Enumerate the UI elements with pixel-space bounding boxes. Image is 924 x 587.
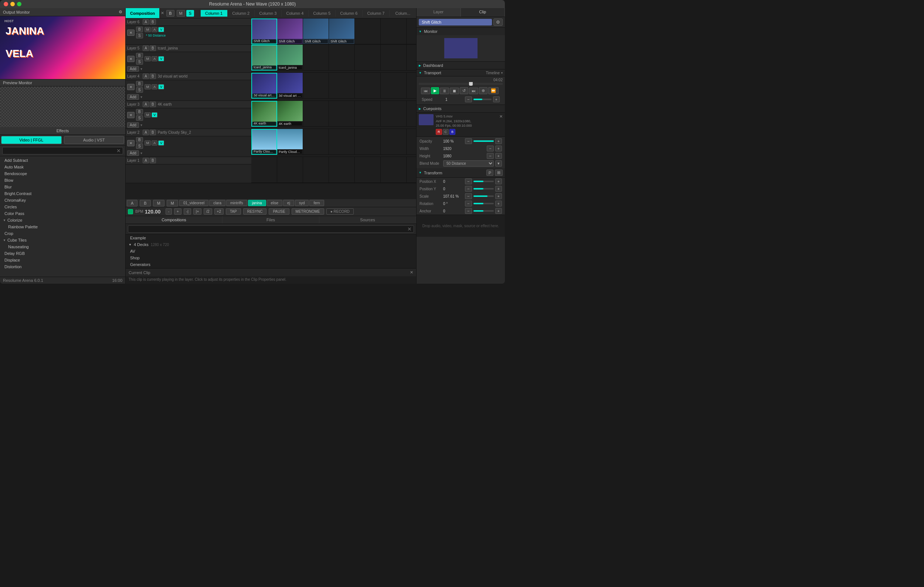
clip-cell-4-3[interactable]: [303, 73, 329, 99]
current-clip-close-icon[interactable]: ✕: [410, 270, 413, 275]
monitor-section-header[interactable]: Monitor: [417, 28, 505, 35]
clip-cell-2-7[interactable]: [407, 129, 416, 155]
layer-4-m-btn[interactable]: M: [145, 84, 151, 89]
effect-delay-rgb[interactable]: Delay RGB: [0, 250, 125, 257]
pos-x-plus-btn[interactable]: +: [495, 178, 502, 184]
rotation-minus-btn[interactable]: −: [465, 201, 472, 207]
layer-5-x-btn[interactable]: ✕: [127, 56, 135, 62]
deck-clip-ej[interactable]: ej: [283, 200, 294, 206]
clip-cell-4-4[interactable]: [329, 73, 355, 99]
deck-cue-b-btn[interactable]: B: [140, 200, 150, 207]
layer-3-b-btn[interactable]: B: [150, 102, 156, 107]
layer-6-a-btn2[interactable]: A: [152, 27, 157, 32]
layer-3-s-btn[interactable]: S: [136, 115, 143, 121]
clip-cell-3-5[interactable]: [355, 101, 381, 127]
anchor-plus-btn[interactable]: +: [495, 208, 502, 214]
content-search-input[interactable]: [128, 225, 414, 233]
bpm-half-btn[interactable]: /2: [204, 208, 212, 215]
layer-2-v-btn[interactable]: V: [158, 140, 164, 146]
tc-ff-btn[interactable]: ⏩: [488, 87, 498, 94]
scale-plus-btn[interactable]: +: [495, 193, 502, 199]
effect-auto-mask[interactable]: Auto Mask: [0, 164, 125, 170]
content-search-clear-icon[interactable]: ✕: [407, 226, 412, 232]
pos-y-minus-btn[interactable]: −: [465, 186, 472, 192]
height-plus-btn[interactable]: +: [495, 153, 502, 159]
clip-cell-1-2[interactable]: [277, 157, 303, 183]
clip-name-bar[interactable]: Shift Glitch: [419, 19, 492, 25]
layer-5-a-btn2[interactable]: A: [152, 56, 157, 61]
comp-av-item[interactable]: AV: [125, 248, 416, 255]
clip-cell-3-2[interactable]: 4K earth: [277, 101, 303, 127]
pause-btn[interactable]: PAUSE: [269, 208, 289, 215]
b-button[interactable]: B: [166, 10, 174, 16]
col-header-7[interactable]: Column 7: [362, 10, 389, 16]
transport-section-header[interactable]: ▼ Transport Timeline ▾: [417, 69, 505, 76]
col-header-1[interactable]: Column 1: [200, 10, 227, 16]
search-clear-icon[interactable]: ✕: [116, 148, 121, 154]
layer-5-s-btn[interactable]: S: [136, 59, 143, 65]
bpm-plus-btn[interactable]: +: [174, 208, 182, 215]
effect-nauseating[interactable]: Nauseating: [0, 243, 125, 250]
clip-cell-6-4[interactable]: Shift Glitch: [329, 18, 355, 44]
clip-cell-1-3[interactable]: [303, 157, 329, 183]
tc-pause-btn[interactable]: ⏸: [440, 87, 449, 94]
effect-cube-tiles[interactable]: Cube Tiles: [0, 237, 125, 243]
layer-4-v-btn[interactable]: V: [158, 84, 164, 89]
layer-2-b-btn2[interactable]: B: [136, 137, 143, 143]
clip-cell-2-6[interactable]: [381, 129, 407, 155]
deck-clip-mintriffs[interactable]: mintriffs: [226, 200, 247, 206]
clip-cell-4-7[interactable]: [407, 73, 416, 99]
tap-btn[interactable]: TAP: [226, 208, 241, 215]
layer-3-v-btn[interactable]: V: [152, 112, 157, 117]
effect-rainbow-palette[interactable]: Rainbow Palette: [0, 224, 125, 230]
tc-next-btn[interactable]: ⏭: [469, 87, 478, 94]
scale-minus-btn[interactable]: −: [465, 193, 472, 199]
rotation-slider[interactable]: [474, 203, 494, 204]
effect-color-pass[interactable]: Color Pass: [0, 210, 125, 217]
layer-5-b-btn2[interactable]: B: [136, 53, 143, 58]
layer-2-s-btn[interactable]: S: [136, 143, 143, 149]
effect-add-subtract[interactable]: Add Subtract: [0, 157, 125, 164]
vhs-badge-c[interactable]: C: [443, 129, 449, 135]
col-header-3[interactable]: Column 3: [254, 10, 281, 16]
clip-cell-5-1[interactable]: tcard_janina: [251, 45, 277, 71]
layer-2-a-btn[interactable]: A: [143, 130, 149, 135]
effect-crop[interactable]: Crop: [0, 230, 125, 237]
effect-bendoscope[interactable]: Bendoscope: [0, 170, 125, 177]
deck-clip-syd[interactable]: syd: [295, 200, 309, 206]
layer-4-a-btn2[interactable]: A: [152, 84, 157, 89]
clip-cell-1-7[interactable]: [407, 157, 416, 183]
clip-cell-1-6[interactable]: [381, 157, 407, 183]
clip-cell-2-5[interactable]: [355, 129, 381, 155]
layer-6-b-btn2[interactable]: B: [136, 26, 143, 32]
clip-cell-6-6[interactable]: [381, 18, 407, 44]
bpm-div-btn[interactable]: -|: [184, 208, 191, 215]
clip-cell-4-5[interactable]: [355, 73, 381, 99]
layer-3-add-btn[interactable]: Add: [127, 122, 139, 128]
audio-tab[interactable]: Audio | VST: [64, 136, 125, 144]
opacity-plus-btn[interactable]: +: [495, 138, 502, 144]
layer-3-b-btn2[interactable]: B: [136, 109, 143, 115]
opacity-minus-btn[interactable]: −: [465, 138, 472, 144]
clip-cell-4-1[interactable]: 3d visual art world: [251, 73, 277, 99]
layer-6-s-btn[interactable]: S: [136, 33, 143, 38]
deck-clip-fern[interactable]: fern: [309, 200, 324, 206]
s-button[interactable]: S: [186, 10, 194, 16]
layer-3-dropdown-icon[interactable]: ▾: [140, 123, 142, 127]
deck-cue-m2-btn[interactable]: M: [167, 200, 178, 207]
clip-cell-3-4[interactable]: [329, 101, 355, 127]
clip-cell-5-6[interactable]: [381, 45, 407, 71]
bpm-minus-btn[interactable]: -: [166, 208, 172, 215]
layer-4-dropdown-icon[interactable]: ▾: [140, 95, 142, 99]
tc-stop-btn[interactable]: ⏹: [450, 87, 459, 94]
layer-1-b-btn[interactable]: B: [150, 158, 156, 163]
layer-6-b-btn[interactable]: B: [150, 19, 156, 25]
m-button[interactable]: M: [177, 10, 185, 16]
files-tab[interactable]: Files: [223, 216, 319, 224]
tc-loop-btn[interactable]: ↺: [460, 87, 468, 94]
clip-cell-2-3[interactable]: [303, 129, 329, 155]
deck-cue-m-btn[interactable]: M: [153, 200, 165, 207]
layer-4-b-btn[interactable]: B: [150, 74, 156, 79]
clip-settings-btn[interactable]: ⚙: [493, 18, 503, 26]
layer-4-add-btn[interactable]: Add: [127, 94, 139, 100]
